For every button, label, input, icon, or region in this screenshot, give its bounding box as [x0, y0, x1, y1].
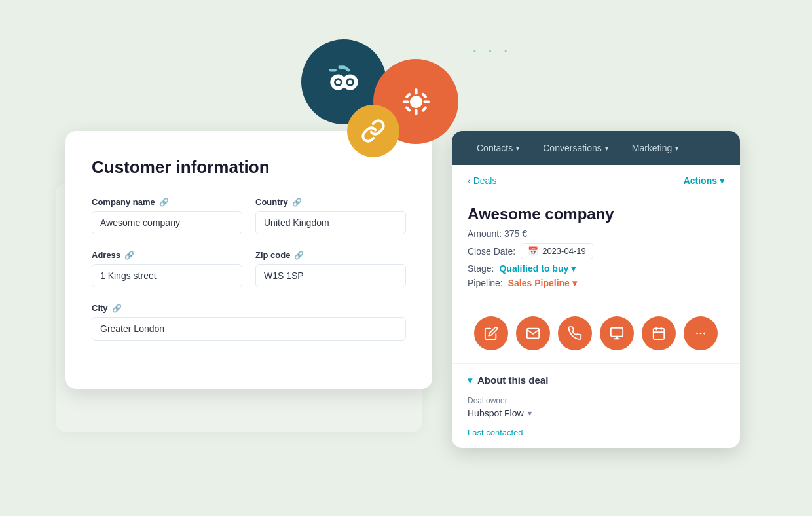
calendar-button[interactable]: [642, 316, 676, 350]
phone-icon: [568, 326, 582, 341]
company-name-label: Company name 🔗: [92, 197, 242, 207]
more-button[interactable]: [684, 316, 718, 350]
svg-point-21: [696, 333, 698, 335]
city-label: City 🔗: [92, 303, 406, 313]
pipeline-chevron: ▾: [572, 278, 577, 288]
form-group-country: Country 🔗: [255, 197, 406, 234]
contacts-chevron: ▾: [516, 145, 519, 152]
deal-amount: Amount: 375 €: [468, 229, 724, 239]
integration-icon: [326, 64, 362, 100]
link-icon-circle: [347, 105, 399, 157]
svg-rect-7: [402, 100, 409, 103]
svg-rect-5: [415, 88, 417, 94]
company-name-input[interactable]: [92, 211, 242, 234]
nav-conversations[interactable]: Conversations ▾: [531, 131, 620, 165]
svg-rect-10: [421, 92, 428, 99]
country-label: Country 🔗: [255, 197, 406, 207]
owner-dropdown-arrow: ▾: [528, 409, 532, 418]
nav-marketing[interactable]: Marketing ▾: [620, 131, 690, 165]
about-deal-chevron: ▾: [468, 375, 472, 386]
zip-code-input[interactable]: [255, 264, 406, 287]
form-group-zip: Zip code 🔗: [255, 250, 406, 287]
svg-point-2: [335, 80, 340, 84]
deal-owner-dropdown[interactable]: Hubspot Flow ▾: [468, 408, 724, 418]
address-input[interactable]: [92, 264, 242, 287]
form-group-company: Company name 🔗: [92, 197, 242, 234]
last-contacted[interactable]: Last contacted: [468, 428, 724, 437]
marketing-chevron: ▾: [675, 145, 678, 152]
form-group-city: City 🔗: [92, 303, 406, 341]
country-link-icon[interactable]: 🔗: [292, 198, 302, 207]
stage-chevron: ▾: [571, 263, 576, 274]
deal-owner-label: Deal owner: [468, 396, 724, 405]
deal-title: Awesome company: [468, 205, 724, 223]
floating-icons: · · ·: [288, 39, 511, 183]
form-row-company-country: Company name 🔗 Country 🔗: [92, 197, 406, 234]
stage-dropdown[interactable]: Qualified to buy ▾: [499, 263, 576, 274]
monitor-icon: [610, 326, 624, 341]
svg-point-3: [348, 80, 352, 84]
deal-stage: Stage: Qualified to buy ▾: [468, 263, 724, 274]
svg-rect-16: [654, 329, 665, 340]
svg-point-22: [703, 333, 705, 335]
address-link-icon[interactable]: 🔗: [124, 251, 134, 260]
date-input-field[interactable]: 📅 2023-04-19: [521, 243, 593, 259]
form-row-city: City 🔗: [92, 303, 406, 341]
svg-rect-11: [405, 105, 411, 112]
link-icon: [361, 119, 386, 143]
city-input[interactable]: [92, 317, 406, 341]
edit-button[interactable]: [474, 316, 508, 350]
company-link-icon[interactable]: 🔗: [159, 198, 169, 207]
email-icon: [526, 326, 540, 341]
calendar-icon: [652, 326, 666, 341]
svg-rect-6: [415, 109, 417, 115]
svg-point-4: [409, 95, 422, 107]
city-link-icon[interactable]: 🔗: [112, 304, 122, 313]
deal-info: Awesome company Amount: 375 € Close Date…: [452, 194, 740, 303]
svg-rect-9: [405, 92, 411, 99]
svg-rect-13: [611, 328, 623, 337]
country-input[interactable]: [255, 211, 406, 234]
conversations-chevron: ▾: [605, 145, 608, 152]
dots-decoration: · · ·: [472, 39, 511, 60]
about-deal-section: ▾ About this deal Deal owner Hubspot Flo…: [452, 364, 740, 448]
svg-point-20: [700, 333, 702, 335]
svg-rect-12: [421, 105, 428, 112]
form-group-address: Adress 🔗: [92, 250, 242, 287]
actions-chevron: ▾: [720, 175, 724, 186]
action-buttons-row: [452, 303, 740, 364]
pipeline-dropdown[interactable]: Sales Pipeline ▾: [508, 278, 577, 288]
deal-close-date: Close Date: 📅 2023-04-19: [468, 243, 724, 259]
zip-link-icon[interactable]: 🔗: [294, 251, 304, 260]
phone-button[interactable]: [558, 316, 592, 350]
deal-pipeline: Pipeline: Sales Pipeline ▾: [468, 278, 724, 288]
calendar-icon: 📅: [528, 246, 538, 256]
screen-button[interactable]: [600, 316, 634, 350]
zip-code-label: Zip code 🔗: [255, 250, 406, 260]
about-deal-header[interactable]: ▾ About this deal: [468, 375, 724, 386]
email-button[interactable]: [516, 316, 550, 350]
edit-icon: [484, 326, 498, 341]
hubspot-logo: [398, 84, 434, 120]
svg-rect-8: [423, 100, 430, 103]
address-label: Adress 🔗: [92, 250, 242, 260]
crm-body: ‹ Deals Actions ▾ Awesome company Amount…: [452, 165, 740, 448]
actions-button[interactable]: Actions ▾: [684, 175, 724, 186]
form-row-address-zip: Adress 🔗 Zip code 🔗: [92, 250, 406, 287]
more-icon: [693, 326, 708, 341]
